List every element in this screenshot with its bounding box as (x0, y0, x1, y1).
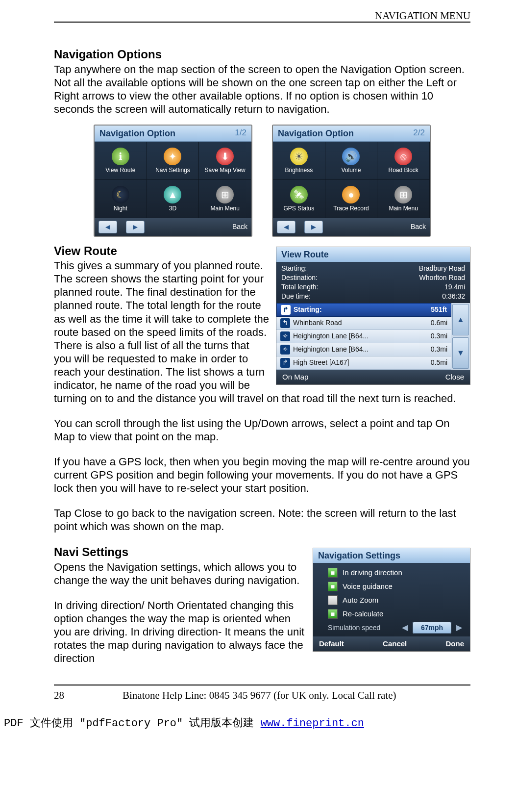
sim-speed-value: 67mph (413, 622, 451, 634)
nav2-trace-record[interactable]: ●Trace Record (325, 180, 378, 218)
nav-option-screen-2: Navigation Option 2/2 ☀Brightness 🔊Volum… (272, 125, 431, 237)
nav2-road-block[interactable]: ⦸Road Block (377, 142, 430, 180)
scroll-up-button[interactable]: ▲ (452, 304, 469, 335)
on-map-button[interactable]: On Map (282, 373, 308, 381)
view-route-summary: Starting:Bradbury Road Destination:Whorl… (276, 262, 470, 303)
nav1-night-label: Night (114, 205, 127, 212)
satellite-icon: 🛰 (290, 186, 308, 203)
back-button[interactable]: Back (232, 223, 247, 231)
back-button[interactable]: Back (411, 223, 426, 231)
route-row-dist: 0.3mi (431, 345, 447, 354)
setting-label: Auto Zoom (343, 596, 378, 605)
close-button[interactable]: Close (445, 373, 464, 381)
prev-page-button[interactable]: ◀ (277, 221, 295, 233)
route-row-name: Heighington Lane [B64... (293, 345, 428, 354)
turn-right-icon: ↱ (280, 358, 290, 368)
setting-re-calculate[interactable]: ■Re-calculate (328, 607, 465, 621)
nav2-main-menu[interactable]: ⊞Main Menu (377, 180, 430, 218)
para-view-route-5: Tap Close to go back to the navigation s… (54, 507, 470, 533)
scroll-down-button[interactable]: ▼ (452, 337, 469, 369)
summary-length-value: 19.4mi (444, 282, 465, 292)
summary-due-label: Due time: (281, 292, 311, 301)
route-row[interactable]: ✧Heighington Lane [B64...0.3mi (276, 343, 451, 356)
pdf-watermark-link[interactable]: www.fineprint.cn (261, 717, 364, 730)
para-view-route-3: You can scroll through the list using th… (54, 417, 470, 443)
nav2-trace-record-label: Trace Record (333, 205, 369, 212)
nav1-main-menu-label: Main Menu (210, 205, 239, 212)
summary-starting-label: Starting: (281, 264, 307, 273)
road-block-icon: ⦸ (394, 148, 412, 165)
done-button[interactable]: Done (445, 639, 464, 648)
turn-right-icon: ↱ (281, 305, 291, 315)
default-button[interactable]: Default (319, 639, 344, 648)
nav1-main-menu[interactable]: ⊞Main Menu (199, 180, 251, 218)
nav2-gps-status[interactable]: 🛰GPS Status (273, 180, 325, 218)
route-row-name: High Street [A167] (293, 358, 428, 367)
prev-page-button[interactable]: ◀ (98, 221, 117, 233)
route-row-dist: 0.6mi (431, 319, 447, 327)
speed-increase-button[interactable]: ▶ (453, 623, 465, 632)
setting-label: In driving direction (343, 568, 402, 577)
setting-in-driving-direction[interactable]: ■In driving direction (328, 566, 465, 580)
checkbox-icon: ■ (328, 568, 338, 578)
para-view-route-4: If you have a GPS lock, then when you be… (54, 455, 470, 495)
page-number: 28 (54, 689, 123, 702)
nav2-title: Navigation Option (278, 128, 354, 139)
route-row-name: Whinbank Road (293, 319, 428, 327)
page-header-title: NAVIGATION MENU (375, 10, 470, 22)
next-page-button[interactable]: ▶ (126, 221, 145, 233)
moon-icon: ☾ (112, 186, 129, 203)
nav1-save-map-label: Save Map View (205, 167, 246, 174)
setting-auto-zoom[interactable]: Auto Zoom (328, 593, 465, 607)
save-icon: ⬇ (216, 148, 234, 165)
route-row-dist: 0.3mi (431, 332, 447, 340)
checkbox-icon: ■ (328, 609, 338, 619)
roundabout-icon: ✧ (280, 331, 290, 341)
nav2-road-block-label: Road Block (388, 167, 418, 174)
nav2-gps-status-label: GPS Status (283, 205, 314, 212)
next-page-button[interactable]: ▶ (304, 221, 323, 233)
nav2-main-menu-label: Main Menu (389, 205, 418, 212)
nav1-3d-label: 3D (169, 205, 176, 212)
route-row-name: Heighington Lane [B64... (293, 332, 428, 340)
nav1-night[interactable]: ☾Night (95, 180, 147, 218)
route-selected-row[interactable]: ↱Starting: 551ft (276, 303, 451, 317)
route-row[interactable]: ↰Whinbank Road0.6mi (276, 317, 451, 330)
nav2-volume[interactable]: 🔊Volume (325, 142, 378, 180)
pdf-watermark-text: PDF 文件使用 "pdfFactory Pro" 试用版本创建 (4, 717, 261, 730)
3d-icon: ▲ (164, 186, 181, 203)
nav1-page-indicator: 1/2 (235, 128, 246, 138)
cancel-button[interactable]: Cancel (383, 639, 407, 648)
pdf-watermark: PDF 文件使用 "pdfFactory Pro" 试用版本创建 www.fin… (4, 715, 517, 730)
nav1-view-route[interactable]: ℹView Route (95, 142, 147, 180)
nav2-brightness[interactable]: ☀Brightness (273, 142, 325, 180)
setting-voice-guidance[interactable]: ■Voice guidance (328, 580, 465, 593)
checkbox-icon (328, 595, 338, 605)
nav2-page-indicator: 2/2 (413, 128, 425, 138)
info-icon: ℹ (112, 148, 129, 165)
setting-label: Re-calculate (343, 609, 383, 618)
nav1-navi-settings[interactable]: ✦Navi Settings (147, 142, 199, 180)
setting-label: Voice guidance (343, 582, 393, 591)
nav2-volume-label: Volume (341, 167, 361, 174)
summary-due-value: 0:36:32 (442, 292, 465, 301)
route-selected-label: Starting: (294, 305, 322, 313)
navi-settings-title: Navigation Settings (313, 548, 470, 563)
nav2-brightness-label: Brightness (285, 167, 313, 174)
summary-starting-value: Bradbury Road (419, 264, 465, 273)
roundabout-icon: ✧ (280, 345, 290, 355)
route-selected-dist: 551ft (431, 305, 447, 314)
speed-decrease-button[interactable]: ◀ (399, 623, 411, 632)
route-row[interactable]: ↱High Street [A167]0.5mi (276, 356, 451, 370)
nav1-save-map[interactable]: ⬇Save Map View (199, 142, 251, 180)
nav1-3d[interactable]: ▲3D (147, 180, 199, 218)
checkbox-icon: ■ (328, 582, 338, 591)
nav1-view-route-label: View Route (105, 167, 135, 174)
heading-navigation-options: Navigation Options (54, 47, 470, 62)
route-row-dist: 0.5mi (431, 358, 447, 367)
record-icon: ● (342, 186, 360, 203)
compass-icon: ✦ (164, 148, 181, 165)
brightness-icon: ☀ (290, 148, 308, 165)
nav-option-screen-1: Navigation Option 1/2 ℹView Route ✦Navi … (94, 125, 252, 237)
route-row[interactable]: ✧Heighington Lane [B64...0.3mi (276, 330, 451, 343)
